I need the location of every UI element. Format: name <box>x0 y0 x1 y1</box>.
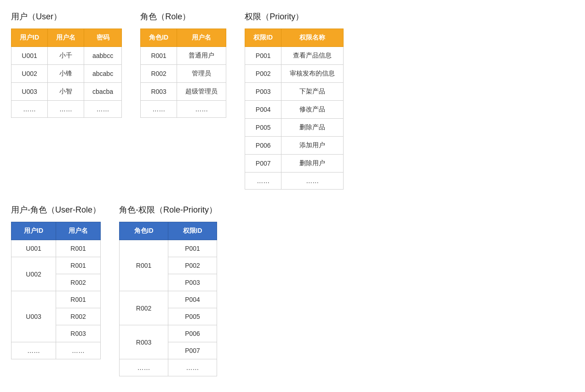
role-priority-header-pid: 权限ID <box>168 222 217 240</box>
table-row: R002管理员 <box>141 65 226 83</box>
table-row: ……………… <box>11 101 122 118</box>
user-header-name: 用户名 <box>48 29 84 47</box>
table-row: P004修改产品 <box>245 101 344 119</box>
table-row: ………… <box>11 342 101 359</box>
priority-header-id: 权限ID <box>245 29 281 47</box>
table-row: P006添加用户 <box>245 137 344 155</box>
table-row: P001查看产品信息 <box>245 47 344 65</box>
table-row: R003超级管理员 <box>141 83 226 101</box>
role-table: 角色ID 用户名 R001普通用户R002管理员R003超级管理员………… <box>140 29 226 118</box>
bottom-row: 用户-角色（User-Role） 用户ID 用户名 U001R001U002R0… <box>11 204 574 376</box>
table-row: U003小智cbacba <box>11 83 122 101</box>
role-title: 角色（Role） <box>140 11 226 22</box>
role-header-name: 用户名 <box>177 29 226 47</box>
table-row: U001小千aabbcc <box>11 47 122 65</box>
user-role-header-uid: 用户ID <box>11 222 56 240</box>
table-row: P002审核发布的信息 <box>245 65 344 83</box>
user-title: 用户（User） <box>11 11 122 22</box>
role-priority-table: 角色ID 权限ID R001P001P002P003R002P004P005R0… <box>119 222 217 376</box>
table-row: R002P004 <box>120 291 217 308</box>
user-table-section: 用户（User） 用户ID 用户名 密码 U001小千aabbccU002小锋a… <box>11 11 122 118</box>
table-row: P007删除用户 <box>245 155 344 173</box>
role-table-section: 角色（Role） 角色ID 用户名 R001普通用户R002管理员R003超级管… <box>140 11 226 118</box>
table-row: R003P006 <box>120 325 217 342</box>
table-row: R001普通用户 <box>141 47 226 65</box>
user-role-table-section: 用户-角色（User-Role） 用户ID 用户名 U001R001U002R0… <box>11 204 101 359</box>
user-header-id: 用户ID <box>11 29 48 47</box>
priority-table: 权限ID 权限名称 P001查看产品信息P002审核发布的信息P003下架产品P… <box>245 29 344 190</box>
role-priority-header-rid: 角色ID <box>120 222 168 240</box>
user-table: 用户ID 用户名 密码 U001小千aabbccU002小锋abcabcU003… <box>11 29 122 118</box>
table-row: U002R001 <box>11 257 101 274</box>
user-role-title: 用户-角色（User-Role） <box>11 204 101 215</box>
user-header-pwd: 密码 <box>84 29 122 47</box>
user-role-header-rname: 用户名 <box>56 222 101 240</box>
table-row: ………… <box>141 101 226 118</box>
table-row: ………… <box>245 173 344 190</box>
user-role-table: 用户ID 用户名 U001R001U002R001R002U003R001R00… <box>11 222 101 359</box>
table-row: U003R001 <box>11 291 101 308</box>
role-priority-table-section: 角色-权限（Role-Priority） 角色ID 权限ID R001P001P… <box>119 204 217 376</box>
table-row: P005删除产品 <box>245 119 344 137</box>
priority-table-section: 权限（Priority） 权限ID 权限名称 P001查看产品信息P002审核发… <box>245 11 344 190</box>
page-container: 用户（User） 用户ID 用户名 密码 U001小千aabbccU002小锋a… <box>11 11 574 392</box>
priority-header-name: 权限名称 <box>281 29 344 47</box>
priority-title: 权限（Priority） <box>245 11 344 22</box>
role-priority-title: 角色-权限（Role-Priority） <box>119 204 217 215</box>
table-row: U001R001 <box>11 240 101 257</box>
table-row: ………… <box>120 359 217 376</box>
table-row: U002小锋abcabc <box>11 65 122 83</box>
table-row: R001P001 <box>120 240 217 257</box>
table-row: P003下架产品 <box>245 83 344 101</box>
top-row: 用户（User） 用户ID 用户名 密码 U001小千aabbccU002小锋a… <box>11 11 574 190</box>
role-header-id: 角色ID <box>141 29 177 47</box>
